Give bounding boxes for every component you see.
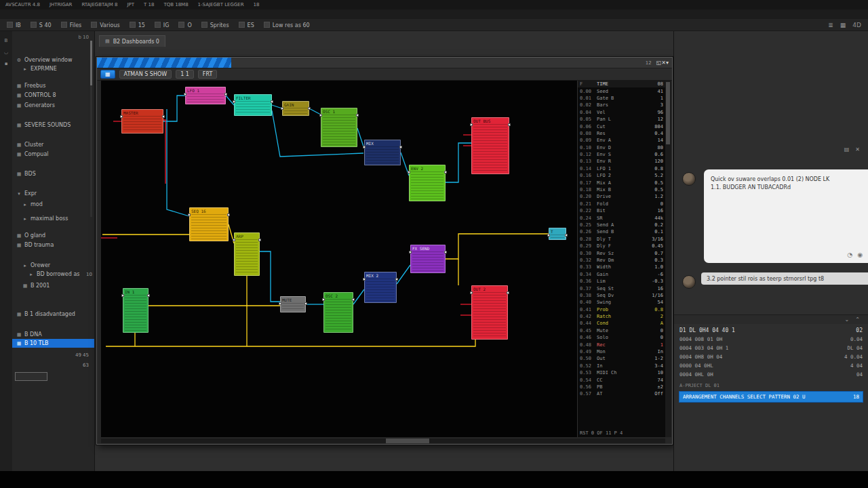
tree-item[interactable]: ▦BD trauma <box>12 241 94 249</box>
input-port[interactable] <box>322 298 325 301</box>
menubar-icon[interactable]: ≣ <box>828 22 833 28</box>
list-row[interactable]: 0.41Prob0.8 <box>578 306 665 313</box>
menubar-icon[interactable]: 4D <box>852 22 861 28</box>
list-row[interactable]: 0.08Res0.4 <box>578 130 665 137</box>
graph-node[interactable]: MUTE <box>280 296 306 312</box>
tree-item[interactable]: ▦Compual <box>12 150 94 159</box>
list-row[interactable]: 0.46Solo0 <box>578 334 665 341</box>
rail-icon[interactable]: ▪ <box>5 61 8 66</box>
input-port[interactable] <box>470 291 473 294</box>
input-port[interactable] <box>363 146 366 148</box>
input-port[interactable] <box>120 115 123 118</box>
window-control-icon[interactable]: ▾ <box>666 60 669 66</box>
list-row[interactable]: 0.18Mix B0.5 <box>578 186 665 193</box>
list-row[interactable]: 0.49MonIn <box>578 348 665 355</box>
table-row[interactable]: 0004 0HL 0H04 <box>679 370 863 379</box>
list-row[interactable]: 0.34Gain-6 <box>578 271 665 278</box>
list-row[interactable]: 0.17Mix A0.5 <box>578 179 665 186</box>
list-row[interactable]: 0.29Dly F0.45 <box>578 243 665 249</box>
tree-item[interactable]: ▸BD borrowed as10 <box>12 270 94 279</box>
tree-item[interactable]: ▦O gland <box>12 231 94 240</box>
panel-header-icon[interactable]: 10 <box>83 35 89 40</box>
tree-item[interactable]: ▸mod <box>12 200 94 209</box>
wire[interactable] <box>446 143 471 182</box>
input-port[interactable] <box>547 234 550 237</box>
input-port[interactable] <box>184 93 186 96</box>
list-row[interactable]: 0.54CC74 <box>578 376 665 383</box>
tree-item[interactable]: ▸Orewer <box>12 261 94 270</box>
menu-item[interactable]: ES <box>239 22 254 28</box>
menu-item[interactable]: IG <box>155 22 170 28</box>
input-port[interactable] <box>363 278 366 281</box>
list-row[interactable]: 0.30Rev Sz0.7 <box>578 249 665 256</box>
list-row[interactable]: 0.28Dly T3/16 <box>578 236 665 243</box>
list-row[interactable]: 0.14LFO 10.8 <box>578 165 665 172</box>
tree-item[interactable]: ▦B DNA <box>12 330 94 339</box>
list-row[interactable]: 0.02Bars3 <box>578 102 665 108</box>
menu-item[interactable]: IB <box>7 22 21 28</box>
list-row[interactable]: 0.22Bit16 <box>578 207 665 214</box>
output-port[interactable] <box>395 278 398 281</box>
output-port[interactable] <box>258 239 261 241</box>
tree-scrollbar-thumb[interactable] <box>90 41 92 85</box>
window-toolbar-button[interactable]: ATMAN S SHOW <box>119 70 172 79</box>
graph-node[interactable]: GAIN <box>282 101 309 116</box>
wire[interactable] <box>397 265 410 284</box>
window-control-icon[interactable]: ✕ <box>661 60 666 66</box>
input-port[interactable] <box>409 251 412 253</box>
table-row[interactable]: 0004 008 01 0H0.04 <box>679 335 863 344</box>
wire[interactable] <box>167 109 189 216</box>
list-row[interactable]: 0.09Env A14 <box>578 137 665 144</box>
list-row[interactable]: 0.21Fold0 <box>578 201 665 207</box>
node-canvas[interactable]: MASTERLFO 1FILTERGAINOSC 1MIXENV 2OUT BU… <box>101 81 577 437</box>
input-port[interactable] <box>188 214 191 216</box>
list-row[interactable]: 0.50Out1-2 <box>578 355 665 362</box>
list-row[interactable]: 0.57ATOff <box>578 390 665 397</box>
tree-item[interactable]: ▾Expr <box>12 189 94 198</box>
graph-node[interactable]: LFO 1 <box>185 87 226 104</box>
output-port[interactable] <box>352 298 355 301</box>
list-row[interactable]: 0.04Vel96 <box>578 109 665 116</box>
input-port[interactable] <box>408 171 410 174</box>
input-port[interactable] <box>121 294 124 297</box>
rail-icon[interactable]: B <box>5 38 8 43</box>
menu-item[interactable]: S 40 <box>31 22 52 28</box>
list-row[interactable]: 0.52In3-4 <box>578 363 665 369</box>
menu-item[interactable]: Low res as 60 <box>264 22 310 28</box>
input-port[interactable] <box>470 123 473 126</box>
graph-node[interactable]: FILTER <box>234 94 272 116</box>
menu-item[interactable]: O <box>178 22 191 28</box>
tree-scrollbar[interactable] <box>90 41 92 217</box>
graph-node[interactable]: SEQ 16 <box>189 207 229 241</box>
bubble-icon[interactable]: ◉ <box>857 251 863 259</box>
tree-item[interactable]: ▦CONTROL 8 <box>12 91 94 100</box>
list-row[interactable]: 0.56PB±2 <box>578 384 665 390</box>
graph-node[interactable]: MIX <box>364 140 401 165</box>
output-port[interactable] <box>399 146 402 148</box>
menu-item[interactable]: 15 <box>130 22 145 28</box>
graph-node[interactable]: IN 1 <box>123 288 149 333</box>
list-row[interactable]: 0.00Seed41 <box>578 87 665 94</box>
input-port[interactable] <box>233 239 235 241</box>
list-row[interactable]: 0.40Swing54 <box>578 299 665 306</box>
graph-node[interactable]: T <box>549 228 566 240</box>
table-row[interactable]: 0004 0H8 0H 044 0.04 <box>679 352 863 361</box>
list-row[interactable]: 0.10Env D80 <box>578 144 665 151</box>
tree-item[interactable]: ▦Generators <box>12 101 94 110</box>
output-port[interactable] <box>147 294 150 297</box>
graph-node[interactable]: FX SEND <box>410 245 446 273</box>
graph-node[interactable]: MASTER <box>121 109 163 134</box>
output-port[interactable] <box>444 171 447 174</box>
output-port[interactable] <box>162 115 165 118</box>
list-row[interactable]: 0.45Mute0 <box>578 327 665 334</box>
list-row[interactable]: 0.44CondA <box>578 320 665 327</box>
list-row[interactable]: 0.06Cut804 <box>578 123 665 129</box>
list-row[interactable]: 0.33Width1.0 <box>578 264 665 270</box>
graph-node[interactable]: OSC 1 <box>321 108 357 147</box>
list-row[interactable]: 0.26Send B0.1 <box>578 228 665 235</box>
list-row[interactable]: 0.12Env S0.6 <box>578 151 665 158</box>
window-titlebar[interactable]: 12 ◱✕▾ <box>97 58 672 68</box>
output-port[interactable] <box>444 251 447 253</box>
tree-item[interactable]: ▦B 1 disadvantaged <box>12 310 94 319</box>
section-icon[interactable]: ⌄ <box>845 317 850 323</box>
